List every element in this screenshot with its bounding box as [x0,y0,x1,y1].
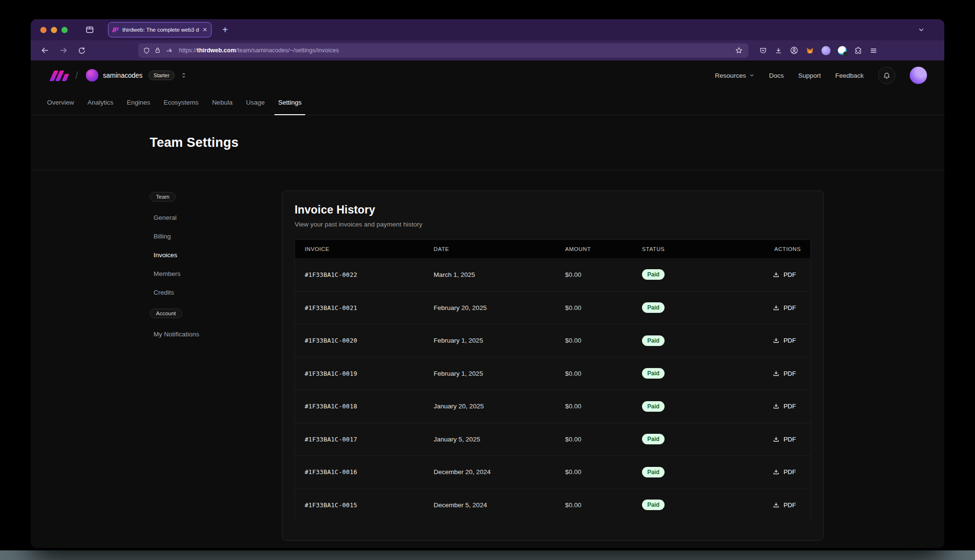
notifications-bell-icon[interactable] [878,67,895,84]
table-row: #1F33BA1C-0021 February 20, 2025 $0.00 P… [295,291,810,324]
reload-icon[interactable] [74,43,89,58]
invoice-date: December 20, 2024 [434,468,565,476]
invoice-amount: $0.00 [565,304,642,311]
status-badge: Paid [642,434,665,444]
sidebar-item-general[interactable]: General [150,208,282,227]
team-name[interactable]: saminacodes [103,71,143,79]
invoice-table: INVOICE DATE AMOUNT STATUS ACTIONS #1F33… [295,239,811,521]
support-link[interactable]: Support [798,72,820,79]
account-icon[interactable] [790,46,798,55]
feedback-link[interactable]: Feedback [835,72,864,79]
download-pdf-button[interactable]: PDF [768,465,801,479]
invoice-history-card: Invoice History View your past invoices … [282,191,824,541]
metamask-icon[interactable] [806,47,814,55]
download-pdf-button[interactable]: PDF [768,300,801,315]
card-subtitle: View your past invoices and payment hist… [295,221,811,228]
tab-analytics[interactable]: Analytics [81,90,120,115]
page-title-band: Team Settings [31,115,944,170]
url-path: /team/saminacodes/~/settings/invoices [236,47,339,54]
download-pdf-button[interactable]: PDF [768,399,801,414]
tab-usage[interactable]: Usage [239,90,272,115]
team-switcher-icon[interactable] [180,71,187,79]
invoice-id: #1F33BA1C-0016 [305,468,434,476]
sidebar-group-badge: Account [150,309,182,318]
minimize-window-button[interactable] [51,27,57,33]
tab-ecosystems[interactable]: Ecosystems [157,90,205,115]
extensions-puzzle-icon[interactable] [854,47,862,55]
url-bar[interactable]: https://thirdweb.com/team/saminacodes/~/… [138,43,749,58]
status-badge: Paid [642,269,665,280]
team-avatar[interactable] [86,69,98,82]
tab-engines[interactable]: Engines [120,90,157,115]
settings-sidebar: TeamGeneralBillingInvoicesMembersCredits… [150,170,282,548]
download-pdf-button[interactable]: PDF [768,333,801,348]
download-pdf-button[interactable]: PDF [768,267,801,282]
browser-window: thirdweb: The complete web3 d ✕ + [31,19,944,548]
download-pdf-icon [773,436,780,443]
invoice-amount: $0.00 [565,337,642,344]
settings-content: TeamGeneralBillingInvoicesMembersCredits… [31,170,944,548]
url-text[interactable]: https://thirdweb.com/team/saminacodes/~/… [179,47,731,54]
table-row: #1F33BA1C-0018 January 20, 2025 $0.00 Pa… [295,390,810,423]
invoice-id: #1F33BA1C-0017 [305,436,434,443]
tab-settings[interactable]: Settings [272,90,309,115]
invoice-amount: $0.00 [565,370,642,377]
menu-icon[interactable] [869,47,878,55]
status-badge: Paid [642,500,665,510]
bookmark-star-icon[interactable] [735,47,743,54]
window-controls [40,27,68,33]
new-tab-button[interactable]: + [218,23,232,36]
tab-nebula[interactable]: Nebula [205,90,239,115]
firefox-view-icon[interactable] [85,25,95,35]
download-pdf-icon [773,501,780,509]
column-status: STATUS [642,246,736,252]
sidebar-item-members[interactable]: Members [150,264,282,283]
table-row: #1F33BA1C-0017 January 5, 2025 $0.00 Pai… [295,423,810,456]
download-pdf-icon [773,403,780,410]
tracking-shield-icon[interactable] [143,47,150,54]
pocket-icon[interactable] [759,47,767,55]
invoice-id: #1F33BA1C-0020 [305,337,434,344]
status-badge: Paid [642,335,665,346]
download-pdf-button[interactable]: PDF [768,432,801,447]
tab-title: thirdweb: The complete web3 d [122,27,199,33]
user-avatar[interactable] [910,67,927,84]
invoice-amount: $0.00 [565,271,642,278]
close-window-button[interactable] [40,27,47,33]
invoice-date: February 20, 2025 [434,304,565,311]
dashboard-tabs: OverviewAnalyticsEnginesEcosystemsNebula… [31,90,944,115]
table-row: #1F33BA1C-0022 March 1, 2025 $0.00 Paid … [295,258,810,291]
download-icon[interactable] [774,47,783,55]
toolbar-extensions [759,46,878,55]
tab-overview[interactable]: Overview [40,90,81,115]
browser-tab[interactable]: thirdweb: The complete web3 d ✕ [108,22,212,37]
download-pdf-button[interactable]: PDF [768,498,801,512]
sidebar-item-my-notifications[interactable]: My Notifications [150,325,282,344]
sidebar-item-invoices[interactable]: Invoices [150,246,282,264]
sidebar-item-credits[interactable]: Credits [150,283,282,302]
card-title: Invoice History [295,203,811,216]
maximize-window-button[interactable] [61,27,68,33]
forward-icon[interactable] [56,43,71,58]
download-pdf-icon [773,337,780,344]
desktop-wallpaper [0,550,975,560]
invoice-amount: $0.00 [565,436,642,443]
lock-icon[interactable] [155,47,161,54]
permissions-icon[interactable] [165,47,173,54]
sidebar-item-billing[interactable]: Billing [150,227,282,246]
phantom-icon[interactable] [821,46,831,55]
download-pdf-button[interactable]: PDF [768,366,801,381]
thirdweb-logo-icon[interactable] [52,70,68,81]
docs-link[interactable]: Docs [769,72,784,79]
table-row: #1F33BA1C-0020 February 1, 2025 $0.00 Pa… [295,324,810,357]
tab-close-icon[interactable]: ✕ [202,26,207,33]
resources-menu[interactable]: Resources [715,72,755,79]
invoice-date: February 1, 2025 [434,337,565,344]
back-icon[interactable] [37,43,53,58]
tabs-dropdown-icon[interactable] [917,19,925,40]
extension-badge-icon[interactable] [838,46,847,55]
column-amount: AMOUNT [565,246,642,252]
thirdweb-dashboard: / saminacodes Starter Resources Docs Sup… [31,60,944,548]
download-pdf-icon [773,370,780,377]
header-links: Resources Docs Support Feedback [715,67,927,84]
